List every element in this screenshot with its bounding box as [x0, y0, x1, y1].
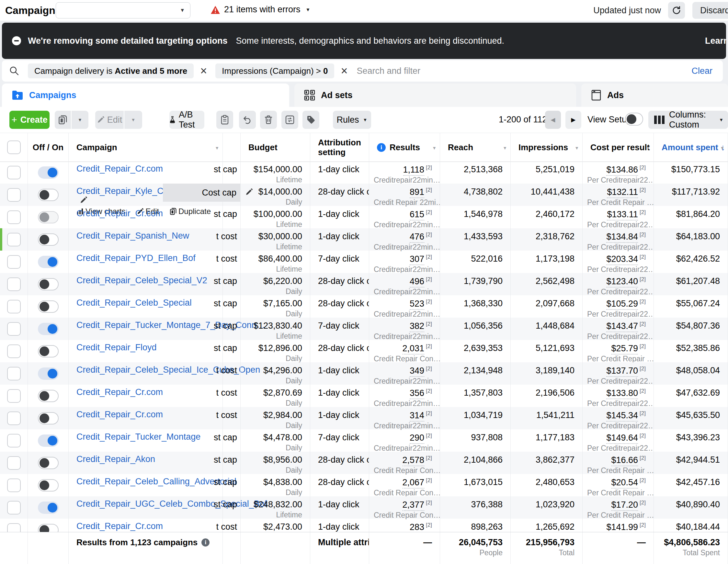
campaign-toggle[interactable]	[38, 345, 59, 357]
results-value[interactable]: 2,578	[403, 455, 425, 466]
edit-budget-icon[interactable]	[245, 188, 253, 196]
campaign-name-link[interactable]: Credit_Repair_PYD_Ellen_Bof	[76, 253, 196, 263]
column-header-amount-spent[interactable]: Amount spent↓▼	[654, 133, 728, 162]
clear-filters-link[interactable]: Clear	[691, 66, 712, 76]
tab-ad-sets[interactable]: Ad sets	[294, 84, 576, 107]
cost-per-result-value[interactable]: $149.64	[606, 433, 638, 444]
results-value[interactable]: 476	[410, 232, 424, 243]
row-checkbox[interactable]	[7, 389, 21, 403]
cost-per-result-value[interactable]: $133.11	[607, 209, 638, 220]
cost-per-result-value[interactable]: $16.66	[611, 455, 638, 466]
row-checkbox[interactable]	[7, 210, 21, 224]
results-value[interactable]: 2,031	[403, 344, 425, 355]
campaign-name-link[interactable]: Credit_Repair_Cr.com	[76, 410, 163, 419]
row-checkbox[interactable]	[7, 479, 21, 492]
next-page-button[interactable]: ▶	[565, 111, 581, 129]
column-header-impressions[interactable]: Impressions▼	[511, 133, 583, 162]
duplicate-menu-button[interactable]: ▼	[72, 111, 88, 129]
row-checkbox[interactable]	[7, 188, 21, 202]
account-dropdown[interactable]: ▼	[56, 2, 190, 18]
tab-campaigns[interactable]: Campaigns	[2, 84, 289, 107]
select-all-checkbox[interactable]	[7, 141, 21, 154]
campaign-name-link[interactable]: Credit_Repair_Spanish_New	[76, 231, 189, 241]
duplicate-button[interactable]	[55, 111, 71, 129]
view-setup-toggle[interactable]	[625, 113, 643, 126]
column-header-attribution[interactable]: Attributionsetting	[310, 133, 369, 162]
campaign-toggle[interactable]	[38, 256, 59, 268]
column-header-campaign[interactable]: Campaign▼	[69, 133, 223, 162]
cost-per-result-value[interactable]: $25.79	[611, 344, 638, 355]
column-header-budget[interactable]: Budget	[241, 133, 310, 162]
row-checkbox[interactable]	[7, 523, 21, 532]
row-checkbox[interactable]	[7, 277, 21, 291]
cost-per-result-value[interactable]: $134.84	[606, 232, 638, 243]
results-value[interactable]: 307	[410, 254, 424, 265]
results-value[interactable]: 496	[410, 276, 424, 288]
row-checkbox[interactable]	[7, 367, 21, 380]
cost-per-result-value[interactable]: $105.29	[606, 299, 638, 310]
campaign-toggle[interactable]	[38, 457, 59, 469]
filter-chip-impressions[interactable]: Impressions (Campaign) > 0	[215, 63, 334, 78]
results-value[interactable]: 2,377	[403, 500, 425, 511]
remove-filter-icon[interactable]: ×	[200, 65, 207, 77]
results-value[interactable]: 2,067	[403, 478, 425, 489]
errors-indicator[interactable]: 21 items with errors ▼	[210, 5, 310, 15]
campaign-toggle[interactable]	[38, 524, 59, 532]
campaign-toggle[interactable]	[38, 390, 59, 402]
results-value[interactable]: 382	[410, 321, 424, 332]
banner-learn-more-link[interactable]: Learn m	[705, 36, 726, 46]
cost-per-result-value[interactable]: $17.20	[611, 500, 638, 511]
campaign-toggle[interactable]	[38, 166, 59, 179]
paste-button[interactable]	[216, 111, 233, 129]
results-value[interactable]: 1,118	[403, 165, 425, 176]
results-value[interactable]: 290	[410, 433, 424, 444]
rules-button[interactable]: Rules▼	[333, 111, 371, 129]
columns-button[interactable]: Columns: Custom ▼	[648, 111, 728, 129]
row-checkbox[interactable]	[7, 255, 21, 269]
row-checkbox[interactable]	[7, 501, 21, 514]
row-checkbox[interactable]	[7, 166, 21, 179]
edit-name-icon[interactable]	[80, 196, 87, 204]
delete-button[interactable]	[260, 111, 277, 129]
cost-per-result-value[interactable]: $145.34	[606, 411, 638, 422]
results-value[interactable]: 283	[410, 522, 424, 532]
campaign-name-link[interactable]: Credit_Repair_Floyd	[76, 343, 157, 352]
campaign-name-link[interactable]: Credit_Repair_Tucker_Montage	[76, 432, 200, 442]
refresh-button[interactable]	[668, 2, 685, 19]
search-input[interactable]: Search and filter	[357, 66, 691, 76]
export-button[interactable]	[281, 111, 298, 129]
row-checkbox[interactable]	[7, 412, 21, 425]
cost-per-result-value[interactable]: $203.34	[606, 254, 638, 265]
cost-per-result-value[interactable]: $123.40	[606, 276, 638, 288]
column-header-results[interactable]: i Results▼	[369, 133, 440, 162]
campaign-toggle[interactable]	[38, 434, 59, 447]
results-value[interactable]: 523	[410, 299, 424, 310]
campaign-name-link[interactable]: Credit_Repair_Cr.com	[76, 387, 163, 397]
edit-button[interactable]: Edit	[95, 111, 124, 129]
campaign-name-link[interactable]: Credit_Repair_Akon	[76, 454, 155, 464]
tag-button[interactable]	[302, 111, 319, 129]
results-value[interactable]: 615	[410, 209, 424, 220]
campaign-toggle[interactable]	[38, 278, 59, 290]
campaign-name-link[interactable]: Credit_Repair_Cr.com	[76, 209, 163, 218]
campaign-toggle[interactable]	[38, 211, 59, 223]
results-value[interactable]: 349	[410, 366, 424, 377]
cost-per-result-value[interactable]: $143.47	[606, 321, 638, 332]
create-button[interactable]: + Create	[9, 111, 50, 129]
cost-per-result-value[interactable]: $137.70	[606, 366, 638, 377]
filter-chip-delivery[interactable]: Campaign delivery is Active and 5 more	[28, 63, 194, 78]
campaign-toggle[interactable]	[38, 502, 59, 514]
discard-drafts-button[interactable]: Discard d	[692, 2, 728, 19]
column-header-cost-per-result[interactable]: Cost per result▼	[583, 133, 654, 162]
tab-ads[interactable]: Ads	[581, 84, 728, 107]
campaign-name-link[interactable]: Credit_Repair_Celeb_Calling_Advertorial	[76, 477, 236, 486]
row-checkbox[interactable]	[7, 233, 21, 246]
campaign-toggle[interactable]	[38, 412, 59, 424]
campaign-name-link[interactable]: Credit_Repair_Cr.com	[76, 521, 163, 531]
ab-test-button[interactable]: A/B Test	[169, 111, 204, 129]
cost-per-result-value[interactable]: $132.11	[607, 187, 638, 198]
previous-page-button[interactable]: ◀	[545, 111, 561, 129]
edit-menu-button[interactable]: ▼	[124, 111, 142, 129]
campaign-toggle[interactable]	[38, 367, 59, 380]
campaign-toggle[interactable]	[38, 323, 59, 335]
